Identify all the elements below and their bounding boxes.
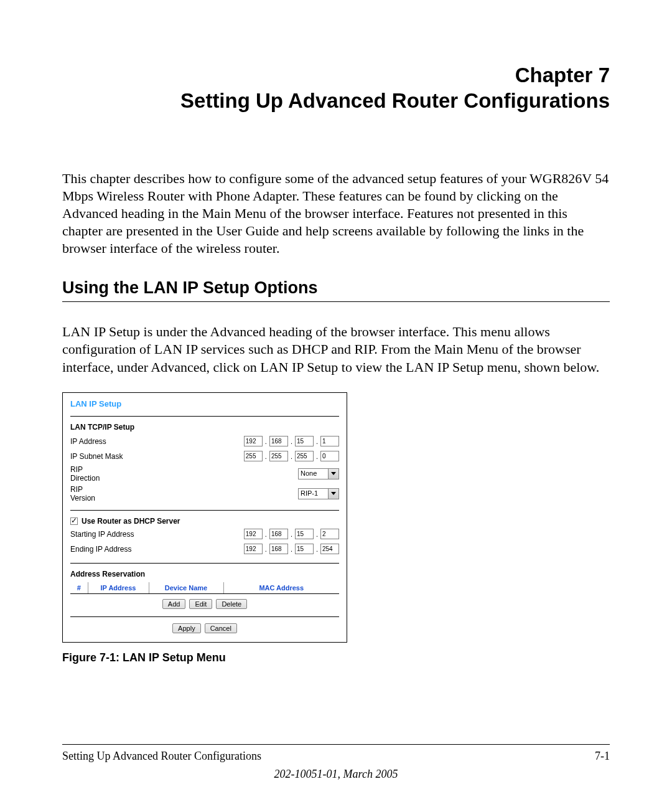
starting-ip-row: Starting IP Address . . . xyxy=(70,528,339,540)
dot-icon: . xyxy=(264,453,268,460)
ending-ip-row: Ending IP Address . . . xyxy=(70,543,339,555)
mask-octet-4[interactable] xyxy=(320,451,339,461)
lan-ip-setup-screenshot: LAN IP Setup LAN TCP/IP Setup IP Address… xyxy=(62,392,347,643)
intro-paragraph: This chapter describes how to configure … xyxy=(62,170,610,258)
rip-version-label: RIP Version xyxy=(70,485,105,503)
chevron-down-icon xyxy=(331,492,336,495)
starting-ip-fields: . . . xyxy=(244,529,339,539)
subnet-mask-row: IP Subnet Mask . . . xyxy=(70,450,339,463)
reservation-table: # IP Address Device Name MAC Address xyxy=(70,582,339,596)
dot-icon: . xyxy=(315,531,319,538)
rip-version-row: RIP Version RIP-1 xyxy=(70,485,339,503)
divider xyxy=(70,416,339,417)
cancel-button[interactable]: Cancel xyxy=(205,623,237,633)
section-paragraph: LAN IP Setup is under the Advanced headi… xyxy=(62,323,610,375)
end-ip-octet-3[interactable] xyxy=(295,544,314,554)
divider xyxy=(70,563,339,564)
rip-direction-row: RIP Direction None xyxy=(70,465,339,483)
ip-octet-3[interactable] xyxy=(295,436,314,446)
chapter-number: Chapter 7 xyxy=(62,62,610,88)
footer-right: 7-1 xyxy=(595,750,610,763)
end-ip-octet-2[interactable] xyxy=(269,544,288,554)
dot-icon: . xyxy=(315,545,319,553)
chevron-down-icon xyxy=(331,472,336,475)
dot-icon: . xyxy=(315,453,319,460)
divider xyxy=(70,616,339,617)
figure-caption: Figure 7-1: LAN IP Setup Menu xyxy=(62,651,610,664)
start-ip-octet-2[interactable] xyxy=(269,529,288,539)
apply-cancel-buttons: Apply Cancel xyxy=(70,623,339,633)
dhcp-checkbox[interactable] xyxy=(70,517,78,525)
chapter-heading: Chapter 7 Setting Up Advanced Router Con… xyxy=(62,62,610,114)
dot-icon: . xyxy=(315,438,319,445)
start-ip-octet-3[interactable] xyxy=(295,529,314,539)
col-index: # xyxy=(70,582,88,594)
rip-direction-value: None xyxy=(301,470,317,477)
end-ip-octet-1[interactable] xyxy=(244,544,263,554)
page: Chapter 7 Setting Up Advanced Router Con… xyxy=(0,0,672,807)
dot-icon: . xyxy=(289,453,294,460)
add-button[interactable]: Add xyxy=(162,599,186,609)
rip-version-select[interactable]: RIP-1 xyxy=(298,488,339,499)
dhcp-checkbox-row: Use Router as DHCP Server xyxy=(70,517,339,526)
ip-address-row: IP Address . . . xyxy=(70,435,339,448)
reservation-buttons: Add Edit Delete xyxy=(70,599,339,609)
footer-line: Setting Up Advanced Router Configuration… xyxy=(62,744,610,763)
page-footer: Setting Up Advanced Router Configuration… xyxy=(62,744,610,781)
mask-octet-2[interactable] xyxy=(269,451,288,461)
table-header-row: # IP Address Device Name MAC Address xyxy=(70,582,339,594)
ip-octet-2[interactable] xyxy=(269,436,288,446)
dot-icon: . xyxy=(289,531,294,538)
ip-octet-1[interactable] xyxy=(244,436,263,446)
dot-icon: . xyxy=(289,438,294,445)
rip-direction-label: RIP Direction xyxy=(70,465,108,483)
dot-icon: . xyxy=(264,438,268,445)
ip-address-fields: . . . xyxy=(244,436,339,446)
rip-direction-select[interactable]: None xyxy=(298,468,339,479)
dot-icon: . xyxy=(264,545,268,553)
ending-ip-fields: . . . xyxy=(244,544,339,554)
edit-button[interactable]: Edit xyxy=(189,599,212,609)
chapter-title: Setting Up Advanced Router Configuration… xyxy=(62,88,610,113)
delete-button[interactable]: Delete xyxy=(216,599,247,609)
col-ip-address: IP Address xyxy=(88,582,149,594)
section-heading: Using the LAN IP Setup Options xyxy=(62,278,610,302)
doc-meta: 202-10051-01, March 2005 xyxy=(62,768,610,781)
ip-octet-4[interactable] xyxy=(320,436,339,446)
rip-version-value: RIP-1 xyxy=(301,489,318,497)
dot-icon: . xyxy=(289,545,294,553)
divider xyxy=(70,510,339,511)
subnet-mask-fields: . . . xyxy=(244,451,339,461)
footer-left: Setting Up Advanced Router Configuration… xyxy=(62,750,261,763)
dhcp-checkbox-label: Use Router as DHCP Server xyxy=(82,517,180,526)
ending-ip-label: Ending IP Address xyxy=(70,545,132,554)
subnet-mask-label: IP Subnet Mask xyxy=(70,452,123,461)
mask-octet-1[interactable] xyxy=(244,451,263,461)
col-mac-address: MAC Address xyxy=(223,582,339,594)
starting-ip-label: Starting IP Address xyxy=(70,530,134,539)
start-ip-octet-1[interactable] xyxy=(244,529,263,539)
reservation-heading: Address Reservation xyxy=(70,570,339,578)
end-ip-octet-4[interactable] xyxy=(320,544,339,554)
apply-button[interactable]: Apply xyxy=(172,623,201,633)
mask-octet-3[interactable] xyxy=(295,451,314,461)
dot-icon: . xyxy=(264,531,268,538)
panel-title: LAN IP Setup xyxy=(70,399,339,408)
start-ip-octet-4[interactable] xyxy=(320,529,339,539)
tcpip-heading: LAN TCP/IP Setup xyxy=(70,423,339,432)
col-device-name: Device Name xyxy=(149,582,223,594)
ip-address-label: IP Address xyxy=(70,437,106,446)
